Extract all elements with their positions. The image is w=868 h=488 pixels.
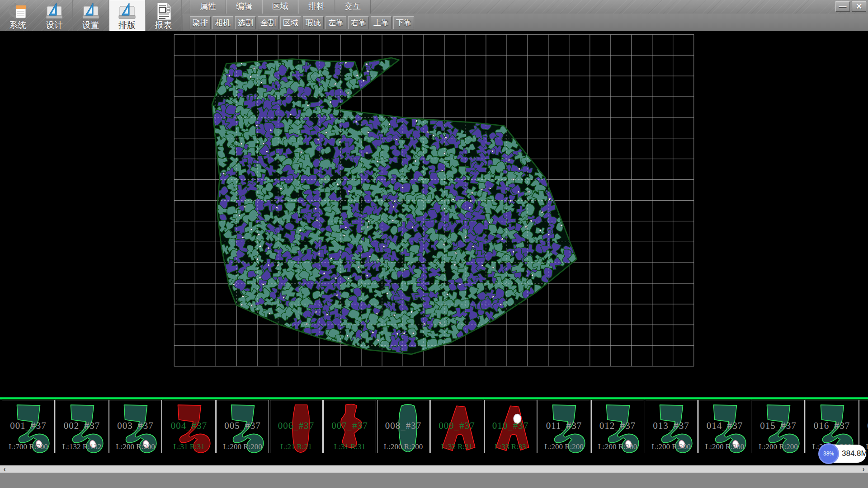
piece-lr-label: L:700 R:700 bbox=[2, 442, 54, 451]
piece-thumbnail-014_#37[interactable]: 014_#37L:200 R:200 bbox=[698, 400, 751, 453]
piece-id-label: 010_#37 bbox=[485, 420, 537, 432]
piece-thumbnail-004_#37[interactable]: 004_#37L:31 R:31 bbox=[163, 400, 216, 453]
tool-button-7[interactable]: 左靠 bbox=[326, 16, 346, 29]
launcher-button-5[interactable]: 报表 bbox=[146, 0, 182, 31]
tool-button-9[interactable]: 上靠 bbox=[371, 16, 392, 29]
piece-id-label: 015_#37 bbox=[752, 420, 804, 432]
piece-lr-label: L:33 R:33 bbox=[485, 442, 537, 451]
piece-lr-label: L:200 R:200 bbox=[109, 442, 161, 451]
piece-lr-label: L:200 R:200 bbox=[217, 442, 269, 451]
piece-lr-label: L:132 R:132 bbox=[56, 442, 108, 451]
progress-circle: 38% bbox=[818, 443, 839, 464]
piece-thumbnail-011_#37[interactable]: 011_#37L:200 R:200 bbox=[538, 400, 590, 453]
piece-thumbnail-009_#37[interactable]: 009_#37L:32 R:31 bbox=[430, 400, 483, 453]
piece-lr-label: L:200 R:200 bbox=[377, 442, 429, 451]
menu-tab-4[interactable]: 排料 bbox=[298, 0, 335, 14]
piece-id-label: 007_#37 bbox=[324, 420, 376, 432]
menu-tab-1[interactable]: 属性 bbox=[190, 0, 226, 14]
menu-tab-bar: 属性编辑区域排料交互 bbox=[190, 0, 371, 14]
piece-id-label: 011_#37 bbox=[538, 420, 590, 432]
tool-button-10[interactable]: 下靠 bbox=[393, 16, 414, 29]
piece-id-label: 003_#37 bbox=[109, 420, 161, 432]
launcher-button-4[interactable]: 排版 bbox=[109, 0, 146, 31]
tool-button-3[interactable]: 选割 bbox=[235, 16, 256, 29]
piece-id-label: 012_#37 bbox=[592, 420, 644, 432]
piece-lr-label: L:200 R:200 bbox=[752, 442, 804, 451]
launcher-button-2[interactable]: 设计 bbox=[37, 0, 73, 31]
tool-button-4[interactable]: 全割 bbox=[258, 16, 278, 29]
tool-button-row: 聚排相机选割全割区域瑕疵左靠右靠上靠下靠 bbox=[190, 14, 414, 31]
scroll-left-arrow[interactable]: ‹ bbox=[1, 465, 8, 473]
piece-thumbnail-013_#37[interactable]: 013_#37L:200 R:200 bbox=[645, 400, 698, 453]
piece-id-label: 004_#37 bbox=[163, 420, 215, 432]
piece-id-label: 016_#37 bbox=[806, 420, 858, 432]
launcher-label: 设计 bbox=[46, 21, 63, 30]
launcher-button-3[interactable]: 设置 bbox=[73, 0, 109, 31]
close-button[interactable]: ✕ bbox=[852, 1, 866, 12]
menu-tab-2[interactable]: 编辑 bbox=[226, 0, 262, 14]
piece-lr-label: L:200 R:200 bbox=[538, 442, 590, 451]
piece-thumbnail-001_#37[interactable]: 001_#37L:700 R:700 bbox=[2, 400, 55, 453]
piece-lr-label: L:32 R:31 bbox=[431, 442, 483, 451]
download-progress-badge[interactable]: 38% 384.8M bbox=[819, 445, 866, 463]
piece-thumbnail-strip: 001_#37L:700 R:700002_#37L:132 R:132003_… bbox=[0, 397, 868, 465]
piece-lr-label: L:200 R:200 bbox=[699, 442, 751, 451]
piece-id-label: 002_#37 bbox=[56, 420, 108, 432]
piece-thumbnail-005_#37[interactable]: 005_#37L:200 R:200 bbox=[216, 400, 269, 453]
strip-top-border bbox=[0, 397, 868, 399]
piece-lr-label: L:31 R:31 bbox=[163, 442, 215, 451]
ruler-icon bbox=[44, 2, 64, 21]
gear-icon bbox=[8, 2, 28, 21]
launcher-label: 排版 bbox=[118, 21, 136, 30]
progress-percent: 38% bbox=[823, 450, 834, 457]
tool-button-5[interactable]: 区域 bbox=[280, 16, 301, 29]
piece-thumbnail-015_#37[interactable]: 015_#37L:200 R:200 bbox=[752, 400, 805, 453]
bottom-band bbox=[0, 473, 868, 488]
scroll-right-arrow[interactable]: › bbox=[860, 465, 867, 473]
piece-thumbnail-012_#37[interactable]: 012_#37L:200 R:200 bbox=[591, 400, 644, 453]
tool-button-2[interactable]: 相机 bbox=[212, 16, 233, 29]
top-toolbar: 系统设计设置排版报表 属性编辑区域排料交互 聚排相机选割全割区域瑕疵左靠右靠上靠… bbox=[0, 0, 868, 31]
horizontal-scrollbar[interactable]: ‹ › bbox=[0, 465, 868, 473]
launcher-label: 系统 bbox=[9, 21, 27, 30]
piece-thumbnail-007_#37[interactable]: 007_#37L:31 R:31 bbox=[323, 400, 376, 453]
launcher-label: 设置 bbox=[82, 21, 99, 30]
piece-id-label: 005_#37 bbox=[217, 420, 269, 432]
piece-id-label: 017_#37 bbox=[859, 420, 868, 432]
menu-tab-5[interactable]: 交互 bbox=[335, 0, 371, 14]
ruler-icon bbox=[117, 2, 137, 21]
download-size: 384.8M bbox=[842, 445, 868, 463]
launcher-label: 报表 bbox=[155, 21, 172, 30]
ruler-icon bbox=[81, 2, 101, 21]
piece-lr-label: L:200 R:200 bbox=[645, 442, 697, 451]
piece-thumbnail-008_#37[interactable]: 008_#37L:200 R:200 bbox=[377, 400, 430, 453]
canvas-svg bbox=[0, 31, 868, 397]
piece-lr-label: L:31 R:31 bbox=[324, 442, 376, 451]
piece-lr-label: L:200 R:200 bbox=[592, 442, 644, 451]
piece-id-label: 001_#37 bbox=[2, 420, 54, 432]
piece-id-label: 009_#37 bbox=[431, 420, 483, 432]
tool-button-8[interactable]: 右靠 bbox=[348, 16, 369, 29]
piece-thumbnail-006_#37[interactable]: 006_#37L:21 R:21 bbox=[270, 400, 323, 453]
launcher-button-1[interactable]: 系统 bbox=[0, 0, 36, 31]
piece-thumbnail-003_#37[interactable]: 003_#37L:200 R:200 bbox=[109, 400, 162, 453]
piece-thumbnail-010_#37[interactable]: 010_#37L:33 R:33 bbox=[484, 400, 537, 453]
report-icon bbox=[154, 2, 174, 21]
minimize-button[interactable]: — bbox=[835, 1, 850, 12]
tool-button-6[interactable]: 瑕疵 bbox=[303, 16, 324, 29]
window-controls: — ✕ bbox=[835, 1, 866, 12]
menu-tab-3[interactable]: 区域 bbox=[262, 0, 298, 14]
nesting-canvas[interactable] bbox=[0, 31, 868, 397]
tool-button-1[interactable]: 聚排 bbox=[190, 16, 211, 29]
piece-id-label: 014_#37 bbox=[699, 420, 751, 432]
piece-id-label: 013_#37 bbox=[645, 420, 697, 432]
application-window: 系统设计设置排版报表 属性编辑区域排料交互 聚排相机选割全割区域瑕疵左靠右靠上靠… bbox=[0, 0, 868, 488]
piece-id-label: 006_#37 bbox=[270, 420, 322, 432]
piece-thumbnail-002_#37[interactable]: 002_#37L:132 R:132 bbox=[56, 400, 108, 453]
piece-lr-label: L:21 R:21 bbox=[270, 442, 322, 451]
piece-id-label: 008_#37 bbox=[377, 420, 429, 432]
